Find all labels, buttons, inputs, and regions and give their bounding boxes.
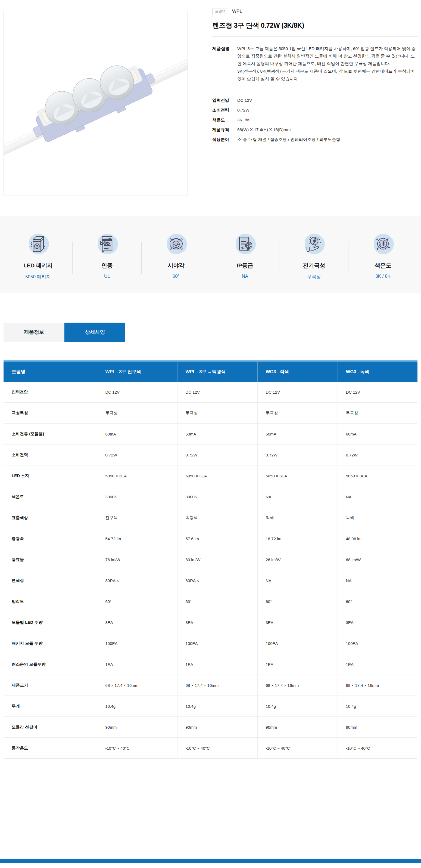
spec-value: 소·중·대형 채널 / 집중조명 / 인테리어조명 / 외부노출형: [237, 137, 340, 143]
table-row: 모듈별 LED 수량3EA3EA3EA3EA: [3, 612, 418, 633]
feature-value: 60°: [141, 274, 210, 279]
model-badge: 모델명: [212, 8, 228, 15]
detail-spec-table: 모델명 WPL - 3구 전구색 WPL - 3구 ↔백광색 WG3 - 적색 …: [3, 362, 418, 758]
table-cell: 100EA: [257, 633, 337, 654]
table-cell: 57.6 lm: [177, 528, 257, 549]
table-cell: 90mm: [97, 717, 177, 738]
table-cell: 76 lm/W: [97, 549, 177, 570]
table-cell: 무극성: [337, 403, 418, 424]
feature-viewing-angle: 시야각 60°: [141, 231, 210, 293]
table-row-label: 총광속: [3, 528, 97, 549]
table-cell: 3EA: [177, 612, 257, 633]
table-row: 색온도3000K8000KNANA: [3, 486, 418, 507]
table-row: 빔각도60°60°60°60°: [3, 591, 418, 612]
table-cell: 무극성: [177, 403, 257, 424]
table-row: 모듈간 선길이90mm90mm90mm90mm: [3, 717, 418, 738]
feature-label: IP등급: [210, 262, 280, 269]
table-row: 소비전류 (모듈별)60mA60mA60mA60mA: [3, 424, 418, 444]
table-cell: 60°: [337, 591, 418, 612]
table-row-label: 무게: [3, 696, 97, 717]
tab-bar: 제품정보 상세사양: [3, 322, 125, 342]
table-cell: 1EA: [177, 654, 257, 675]
table-row-label: 극성특성: [3, 403, 97, 424]
table-row: 소비전력0.72W0.72W0.72W0.72W: [3, 444, 418, 465]
table-cell: 68 × 17.4 × 16mm: [337, 675, 418, 696]
table-cell: 5050 × 3EA: [177, 465, 257, 486]
led-package-icon: [25, 231, 51, 257]
summary-spec-list: 입력전압 DC 12V 소비전력 0.72W 색온도 3K, 8K 제품규격 6…: [212, 98, 418, 143]
certification-icon: [94, 231, 120, 257]
electrical-polarity-icon: [301, 231, 327, 257]
table-cell: 60°: [97, 591, 177, 612]
table-cell: -10°C ~ 40°C: [97, 738, 177, 758]
description-label: 제품설명: [212, 45, 237, 83]
spec-value: 0.72W: [237, 108, 250, 113]
table-cell: DC 12V: [337, 382, 418, 403]
table-cell: 68 lm/W: [337, 549, 418, 570]
feature-label: 색온도: [349, 262, 418, 269]
table-row: 입력전압DC 12VDC 12VDC 12VDC 12V: [3, 382, 418, 403]
detail-spec-table-wrap: 모델명 WPL - 3구 전구색 WPL - 3구 ↔백광색 WG3 - 적색 …: [3, 361, 418, 758]
spec-label: 제품규격: [212, 127, 237, 133]
description-text: WPL 3구 모듈 제품은 5050 1칩 국산 LED 패키지를 사용하며, …: [237, 45, 418, 83]
description-paragraph: WPL 3구 모듈 제품은 5050 1칩 국산 LED 패키지를 사용하며, …: [237, 45, 418, 68]
spec-label: 소비전력: [212, 107, 237, 113]
feature-label: 시야각: [141, 262, 210, 269]
page-title: 렌즈형 3구 단색 0.72W (3K/8K): [212, 21, 418, 30]
feature-strip: LED 패키지 5050 패키지 인증 UL: [0, 216, 421, 293]
table-cell: -10°C ~ 40°C: [257, 738, 337, 758]
table-header-cell: 모델명: [3, 362, 97, 382]
table-cell: 60mA: [257, 424, 337, 444]
table-row: 표출색상전구색백광색적색녹색: [3, 507, 418, 528]
table-header-cell: WG3 - 녹색: [337, 362, 418, 382]
table-cell: 10.4g: [337, 696, 418, 717]
table-row: 동작온도-10°C ~ 40°C-10°C ~ 40°C-10°C ~ 40°C…: [3, 738, 418, 758]
table-cell: 1EA: [337, 654, 418, 675]
table-cell: -10°C ~ 40°C: [177, 738, 257, 758]
spec-value: 3K, 8K: [237, 118, 250, 122]
feature-value: 5050 패키지: [3, 274, 72, 280]
table-row-label: 최소운영 모듈수량: [3, 654, 97, 675]
table-cell: 무극성: [257, 403, 337, 424]
table-cell: 60°: [257, 591, 337, 612]
table-cell: 18.72 lm: [257, 528, 337, 549]
table-row-label: 모듈별 LED 수량: [3, 612, 97, 633]
feature-value: UL: [72, 274, 141, 279]
table-cell: 5050 × 3EA: [97, 465, 177, 486]
table-cell: 48.96 lm: [337, 528, 418, 549]
footer-bar: [0, 859, 421, 863]
table-cell: 무극성: [97, 403, 177, 424]
table-cell: 54.72 lm: [97, 528, 177, 549]
table-cell: 1EA: [257, 654, 337, 675]
table-cell: 26 lm/W: [257, 549, 337, 570]
tab-detail-specs[interactable]: 상세사양: [64, 322, 125, 342]
table-cell: 적색: [257, 507, 337, 528]
table-row-label: 색온도: [3, 486, 97, 507]
spec-row: 색온도 3K, 8K: [212, 117, 418, 123]
table-cell: 100EA: [177, 633, 257, 654]
table-cell: 1EA: [97, 654, 177, 675]
table-cell: 8000K: [177, 486, 257, 507]
spec-value: 68(W) X 17.4(H) X 16(D)mm: [237, 127, 291, 132]
table-cell: DC 12V: [177, 382, 257, 403]
table-cell: 60mA: [337, 424, 418, 444]
ip-rating-icon: [232, 231, 258, 257]
table-cell: 녹색: [337, 507, 418, 528]
table-cell: DC 12V: [257, 382, 337, 403]
table-cell: NA: [257, 570, 337, 591]
led-module-illustration: [4, 10, 188, 195]
product-image: [3, 10, 188, 196]
table-cell: 0.72W: [257, 444, 337, 465]
table-cell: 10.4g: [97, 696, 177, 717]
viewing-angle-icon: [163, 231, 189, 257]
table-row-label: 패키지 모듈 수량: [3, 633, 97, 654]
table-cell: 3000K: [97, 486, 177, 507]
table-row: 총광속54.72 lm57.6 lm18.72 lm48.96 lm: [3, 528, 418, 549]
table-row-label: LED 소자: [3, 465, 97, 486]
table-row-label: 동작온도: [3, 738, 97, 758]
table-row-label: 표출색상: [3, 507, 97, 528]
divider: [212, 147, 418, 147]
table-cell: 100EA: [97, 633, 177, 654]
tab-product-info[interactable]: 제품정보: [3, 322, 64, 342]
feature-value: 무극성: [280, 274, 349, 280]
